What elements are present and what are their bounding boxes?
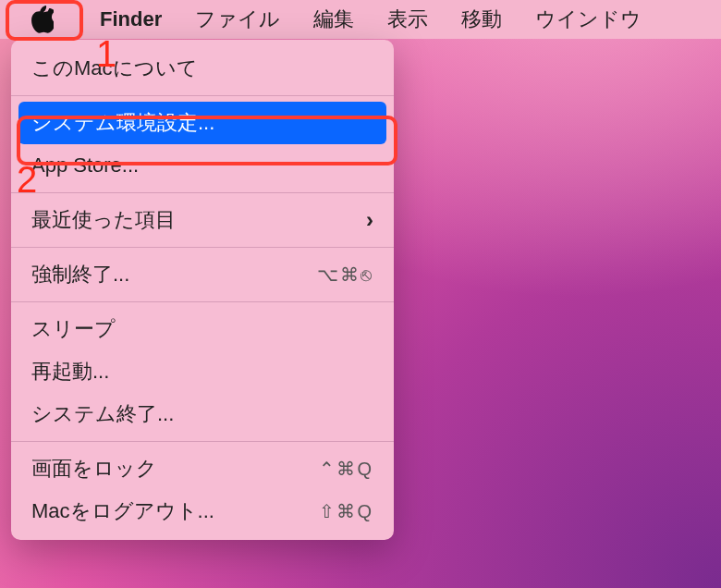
- menu-item-label: 最近使った項目: [31, 206, 176, 234]
- menu-item-about-mac[interactable]: このMacについて: [11, 47, 394, 90]
- apple-menu-button[interactable]: [0, 0, 83, 39]
- menu-separator: [11, 95, 394, 96]
- menubar-item-file[interactable]: ファイル: [178, 0, 297, 39]
- menu-item-restart[interactable]: 再起動...: [11, 350, 394, 393]
- menu-item-label: App Store...: [31, 153, 139, 178]
- menu-item-label: システム終了...: [31, 400, 174, 428]
- menu-separator: [11, 192, 394, 193]
- desktop-background: Finder ファイル 編集 表示 移動 ウインドウ このMacについて システ…: [0, 0, 721, 588]
- menu-separator: [11, 247, 394, 248]
- menu-item-sleep[interactable]: スリープ: [11, 308, 394, 350]
- menu-separator: [11, 441, 394, 442]
- menu-item-label: 画面をロック: [31, 455, 157, 483]
- menubar-item-edit[interactable]: 編集: [297, 0, 371, 39]
- menu-separator: [11, 301, 394, 302]
- menu-item-app-store[interactable]: App Store...: [11, 144, 394, 187]
- menu-item-logout[interactable]: Macをログアウト... ⇧⌘Q: [11, 490, 394, 533]
- menu-item-recent-items[interactable]: 最近使った項目 ›: [11, 199, 394, 241]
- menubar-item-window[interactable]: ウインドウ: [519, 0, 658, 39]
- menu-item-system-preferences[interactable]: システム環境設定...: [18, 102, 386, 144]
- menu-item-label: システム環境設定...: [31, 109, 214, 137]
- chevron-right-icon: ›: [366, 207, 373, 233]
- menubar: Finder ファイル 編集 表示 移動 ウインドウ: [0, 0, 721, 39]
- menubar-item-view[interactable]: 表示: [371, 0, 445, 39]
- menu-item-label: 再起動...: [31, 358, 109, 386]
- menu-item-lock-screen[interactable]: 画面をロック ⌃⌘Q: [11, 447, 394, 490]
- menu-item-shortcut: ⇧⌘Q: [319, 500, 373, 522]
- menu-item-label: Macをログアウト...: [31, 497, 214, 525]
- menu-item-shortcut: ⌥⌘⎋: [317, 263, 373, 286]
- menubar-app-name[interactable]: Finder: [83, 0, 178, 39]
- apple-logo-icon: [30, 6, 54, 33]
- menu-item-shortcut: ⌃⌘Q: [319, 458, 373, 480]
- menu-item-force-quit[interactable]: 強制終了... ⌥⌘⎋: [11, 253, 394, 296]
- menu-item-shutdown[interactable]: システム終了...: [11, 393, 394, 435]
- menu-item-label: 強制終了...: [31, 261, 129, 288]
- menubar-item-go[interactable]: 移動: [445, 0, 519, 39]
- menu-item-label: このMacについて: [31, 55, 198, 82]
- menu-item-label: スリープ: [31, 315, 116, 343]
- apple-menu-dropdown: このMacについて システム環境設定... App Store... 最近使った…: [11, 40, 394, 540]
